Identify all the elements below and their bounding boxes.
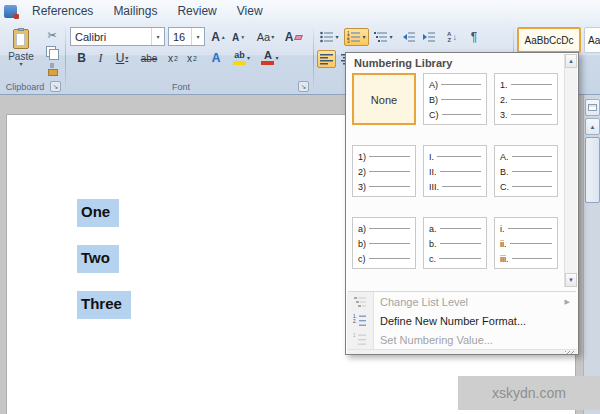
numbering-icon: 123 (347, 31, 361, 43)
selected-text-line[interactable]: Three (77, 291, 131, 319)
highlight-color-button[interactable]: ab ▾ (228, 49, 255, 67)
selected-text-line[interactable]: Two (77, 245, 119, 273)
numbering-item-label: 1) (358, 152, 366, 162)
numbering-item-label: i. (500, 224, 505, 234)
copy-button[interactable] (41, 44, 63, 60)
chevron-down-icon[interactable]: ▾ (151, 28, 164, 45)
style-no-spacing[interactable]: AaBbCcDc (584, 27, 600, 53)
multilevel-list-button[interactable]: ▾ (371, 28, 396, 46)
gallery-scrollbar[interactable]: ▲ ▼ (564, 54, 577, 287)
sort-az-icon: AZ (447, 31, 451, 43)
define-number-format-icon: 1.2. (353, 314, 369, 328)
sort-button[interactable]: AZ ↓ (441, 28, 463, 46)
ruler-toggle-button[interactable] (585, 99, 600, 116)
text-effects-button[interactable]: A (206, 49, 226, 67)
underline-button[interactable]: U▾ (110, 49, 134, 67)
numbering-preview-row: 1) (358, 150, 410, 163)
eraser-icon (294, 35, 303, 40)
numbering-preview-row: C) (429, 108, 481, 121)
menu-change-list-level[interactable]: Change List Level ▶ (347, 292, 577, 311)
scroll-up-icon: ▲ (590, 124, 596, 130)
scrollbar-thumb[interactable] (585, 137, 600, 203)
group-divider (313, 27, 314, 89)
tab-view[interactable]: View (227, 0, 273, 23)
show-paragraph-marks-button[interactable]: ¶ (465, 28, 483, 46)
italic-button[interactable]: I (92, 49, 109, 67)
format-painter-button[interactable] (41, 61, 63, 77)
preview-line (369, 243, 410, 244)
decrease-indent-button[interactable] (399, 28, 418, 46)
numbering-option[interactable]: i.ii.iii. (494, 217, 558, 269)
paste-clipboard-icon (13, 29, 29, 49)
numbering-option[interactable]: a.b.c. (423, 217, 487, 269)
numbering-item-label: c) (358, 254, 366, 264)
preview-line (441, 99, 481, 100)
numbering-item-label: 2) (358, 167, 366, 177)
preview-line (440, 171, 481, 172)
numbering-preview-row: A. (500, 150, 552, 163)
cut-button[interactable]: ✂ (41, 27, 63, 43)
preview-line (369, 171, 410, 172)
numbering-item-label: b. (429, 239, 437, 249)
font-color-button[interactable]: A ▾ (258, 49, 282, 67)
selected-text-line[interactable]: One (77, 199, 119, 227)
numbering-item-label: c. (429, 254, 436, 264)
chevron-down-icon: ▾ (335, 35, 338, 40)
numbering-preview-row: c) (358, 252, 410, 265)
align-left-button[interactable] (317, 50, 336, 68)
change-case-button[interactable]: Aa▾ (252, 28, 279, 46)
app-icon[interactable] (4, 5, 17, 18)
tab-review[interactable]: Review (167, 0, 226, 23)
bullets-icon (320, 31, 334, 43)
tab-references[interactable]: References (22, 0, 103, 23)
set-numbering-value-icon: 1 (353, 333, 369, 347)
font-family-select[interactable]: Calibri ▾ (70, 27, 165, 46)
tab-mailings[interactable]: Mailings (103, 0, 167, 23)
grow-font-button[interactable]: A▲ (209, 28, 228, 46)
numbering-option[interactable]: I.II.III. (423, 145, 487, 197)
font-size-select[interactable]: 16 ▾ (168, 27, 205, 46)
bold-button[interactable]: B (72, 49, 91, 67)
bullets-button[interactable]: ▾ (317, 28, 342, 46)
strikethrough-button[interactable]: abe (136, 49, 162, 67)
font-color-icon: A (261, 51, 274, 65)
shrink-font-button[interactable]: A▼ (229, 28, 248, 46)
style-normal[interactable]: AaBbCcDc (517, 27, 581, 53)
numbering-item-label: C) (429, 110, 439, 120)
numbering-option[interactable]: 1)2)3) (352, 145, 416, 197)
font-group-label: Font (66, 82, 296, 92)
numbering-option[interactable]: A)B)C) (423, 73, 487, 125)
clipboard-dialog-launcher[interactable]: ↘ (50, 81, 61, 92)
up-arrow-icon: ▲ (221, 34, 226, 40)
gallery-scroll-up-button[interactable]: ▲ (565, 54, 577, 68)
numbering-item-label: 3) (358, 182, 366, 192)
numbering-item-label: III. (429, 182, 439, 192)
numbering-option[interactable]: 1.2.3. (494, 73, 558, 125)
ribbon-tab-bar: References Mailings Review View (0, 0, 600, 23)
numbering-button[interactable]: 123 ▾ (344, 28, 369, 46)
superscript-button[interactable]: x2 (183, 49, 201, 67)
highlight-icon: ab (233, 51, 246, 65)
vertical-scrollbar[interactable]: ▲ (583, 95, 600, 414)
paste-button[interactable]: Paste ▾ (4, 26, 38, 81)
increase-indent-button[interactable] (419, 28, 438, 46)
preview-line (442, 186, 481, 187)
launcher-arrow-icon: ↘ (53, 83, 59, 90)
resize-grip[interactable] (347, 349, 577, 354)
subscript-button[interactable]: x2 (164, 49, 182, 67)
numbering-item-label: I. (429, 152, 434, 162)
gallery-scroll-down-button[interactable]: ▼ (565, 273, 577, 287)
numbering-option[interactable]: a)b)c) (352, 217, 416, 269)
numbering-option-none[interactable]: None (352, 73, 416, 125)
preview-line (511, 99, 552, 100)
font-dialog-launcher[interactable]: ↘ (298, 81, 309, 92)
numbering-preview-row: c. (429, 252, 481, 265)
numbering-option[interactable]: A.B.C. (494, 145, 558, 197)
clear-formatting-button[interactable]: A (282, 28, 305, 46)
menu-define-new-number-format[interactable]: 1.2. Define New Number Format... (347, 311, 577, 330)
chevron-down-icon[interactable]: ▾ (191, 28, 204, 45)
preview-line (369, 228, 410, 229)
scroll-up-button[interactable]: ▲ (585, 118, 600, 135)
menu-set-numbering-value[interactable]: 1 Set Numbering Value... (347, 330, 577, 349)
numbering-item-label: A. (500, 152, 509, 162)
